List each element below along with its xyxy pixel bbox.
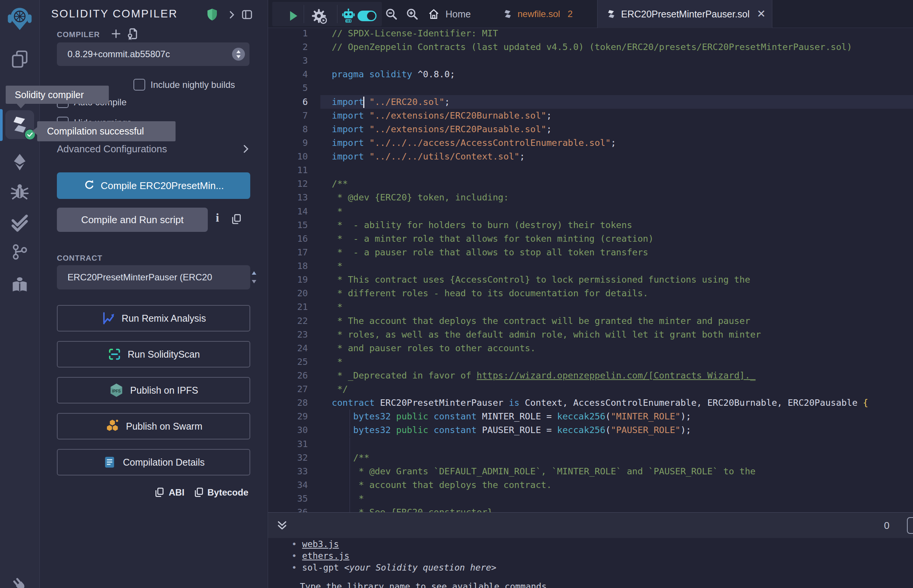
code-line-15[interactable]: 15 * - ability for holders to burn (dest… (268, 218, 913, 232)
shield-icon[interactable] (205, 8, 219, 23)
file-explorer-icon[interactable] (10, 49, 29, 69)
copy-abi-icon[interactable] (154, 486, 165, 499)
abi-button[interactable]: ABI (169, 487, 184, 498)
line-number[interactable]: 29 (268, 410, 308, 423)
line-number[interactable]: 27 (268, 382, 308, 396)
line-number[interactable]: 21 (268, 300, 308, 314)
line-number[interactable]: 5 (268, 81, 308, 95)
code-line-34[interactable]: 34 * account that deploys the contract. (268, 478, 913, 492)
code-line-3[interactable]: 3 (268, 54, 913, 68)
static-analysis-icon[interactable] (10, 213, 29, 233)
contract-select[interactable]: ERC20PresetMinterPauser (ERC20 (57, 265, 250, 289)
copy-script-icon[interactable] (230, 213, 242, 226)
line-number[interactable]: 34 (268, 478, 308, 492)
line-number[interactable]: 8 (268, 123, 308, 136)
remix-logo-icon[interactable] (8, 7, 32, 34)
line-number[interactable]: 1 (268, 26, 308, 40)
ethersjs-link[interactable]: ethers.js (302, 551, 350, 561)
line-number[interactable]: 13 (268, 191, 308, 204)
debugger-icon[interactable] (10, 182, 29, 202)
code-line-12[interactable]: 12/** (268, 177, 913, 191)
compiler-settings-gear-icon[interactable] (311, 8, 327, 25)
publish-on-swarm-button[interactable]: Publish on Swarm (57, 413, 250, 439)
line-number[interactable]: 14 (268, 205, 308, 218)
code-line-19[interactable]: 19 * This contract uses {AccessControl} … (268, 273, 913, 286)
code-line-24[interactable]: 24 * and pauser roles to other accounts. (268, 341, 913, 355)
line-number[interactable]: 10 (268, 150, 308, 163)
pin-panel-icon[interactable] (241, 8, 253, 23)
code-line-5[interactable]: 5 (268, 81, 913, 95)
code-line-1[interactable]: 1// SPDX-License-Identifier: MIT (268, 26, 913, 40)
code-line-13[interactable]: 13 * @dev {ERC20} token, including: (268, 191, 913, 204)
line-number[interactable]: 36 (268, 506, 308, 512)
code-line-21[interactable]: 21 * (268, 300, 913, 314)
web3js-link[interactable]: web3.js (302, 539, 339, 549)
run-remix-analysis-button[interactable]: Run Remix Analysis (57, 305, 250, 331)
line-number[interactable]: 26 (268, 368, 308, 382)
code-line-27[interactable]: 27 */ (268, 382, 913, 396)
ai-copilot-toggle[interactable] (358, 11, 377, 21)
zoom-out-icon[interactable] (384, 7, 398, 23)
code-line-18[interactable]: 18 * (268, 259, 913, 273)
code-line-7[interactable]: 7import "../extensions/ERC20Burnable.sol… (268, 109, 913, 123)
line-number[interactable]: 32 (268, 451, 308, 465)
bytecode-button[interactable]: Bytecode (207, 487, 248, 498)
line-number[interactable]: 30 (268, 423, 308, 437)
line-number[interactable]: 2 (268, 40, 308, 54)
run-solidityscan-button[interactable]: Run SolidityScan (57, 341, 250, 367)
publish-on-ipfs-button[interactable]: IPFS Publish on IPFS (57, 377, 250, 404)
include-nightly-checkbox[interactable] (133, 79, 145, 90)
line-number[interactable]: 9 (268, 136, 308, 150)
terminal-corner-control[interactable] (907, 517, 913, 534)
code-line-26[interactable]: 26 * _Deprecated in favor of https://wiz… (268, 368, 913, 382)
tab-home[interactable]: Home (427, 0, 471, 28)
deploy-and-run-icon[interactable] (10, 152, 29, 172)
learneth-icon[interactable] (10, 275, 29, 295)
code-line-32[interactable]: 32 /** (268, 451, 913, 465)
code-line-28[interactable]: 28contract ERC20PresetMinterPauser is Co… (268, 396, 913, 410)
expand-terminal-icon[interactable] (277, 520, 288, 532)
zoom-in-icon[interactable] (405, 7, 419, 23)
compiler-license-icon[interactable] (126, 27, 139, 42)
code-line-16[interactable]: 16 * - a minter role that allows for tok… (268, 232, 913, 246)
advanced-chevron-icon[interactable] (240, 143, 251, 156)
compile-and-run-button[interactable]: Compile and Run script (57, 208, 208, 232)
line-number[interactable]: 19 (268, 273, 308, 286)
line-number[interactable]: 18 (268, 259, 308, 273)
line-number[interactable]: 31 (268, 437, 308, 451)
git-icon[interactable] (10, 242, 29, 262)
line-number[interactable]: 25 (268, 355, 308, 368)
line-number[interactable]: 20 (268, 286, 308, 300)
run-script-icon[interactable] (286, 9, 300, 24)
close-tab-icon[interactable]: ✕ (757, 0, 766, 28)
chevron-right-icon[interactable] (227, 10, 237, 22)
code-line-30[interactable]: 30 bytes32 public constant PAUSER_ROLE =… (268, 423, 913, 437)
line-number[interactable]: 22 (268, 314, 308, 328)
code-line-9[interactable]: 9import "../../../access/AccessControlEn… (268, 136, 913, 150)
line-number[interactable]: 24 (268, 341, 308, 355)
code-line-25[interactable]: 25 * (268, 355, 913, 368)
code-line-2[interactable]: 2// OpenZeppelin Contracts (last updated… (268, 40, 913, 54)
code-line-33[interactable]: 33 * @dev Grants `DEFAULT_ADMIN_ROLE`, `… (268, 465, 913, 478)
add-compiler-icon[interactable] (110, 28, 122, 41)
code-line-20[interactable]: 20 * different roles - head to its docum… (268, 286, 913, 300)
line-number[interactable]: 11 (268, 163, 308, 177)
tab-erc20presetminterpauser[interactable]: ERC20PresetMinterPauser.sol ✕ (597, 0, 772, 28)
line-number[interactable]: 4 (268, 68, 308, 81)
code-line-31[interactable]: 31 (268, 437, 913, 451)
compiler-version-select[interactable]: 0.8.29+commit.ab55807c (57, 42, 249, 66)
code-line-14[interactable]: 14 * (268, 205, 913, 218)
line-number[interactable]: 35 (268, 492, 308, 506)
tab-newfile[interactable]: newfile.sol 2 (502, 0, 573, 28)
line-number[interactable]: 28 (268, 396, 308, 410)
code-line-29[interactable]: 29 bytes32 public constant MINTER_ROLE =… (268, 410, 913, 423)
line-number[interactable]: 6 (268, 95, 308, 109)
line-number[interactable]: 15 (268, 218, 308, 232)
info-icon[interactable]: i (216, 211, 219, 225)
compilation-details-button[interactable]: Compilation Details (57, 449, 250, 475)
code-line-11[interactable]: 11 (268, 163, 913, 177)
line-number[interactable]: 16 (268, 232, 308, 246)
line-number[interactable]: 7 (268, 109, 308, 123)
code-line-35[interactable]: 35 * (268, 492, 913, 506)
code-line-4[interactable]: 4pragma solidity ^0.8.0; (268, 68, 913, 81)
